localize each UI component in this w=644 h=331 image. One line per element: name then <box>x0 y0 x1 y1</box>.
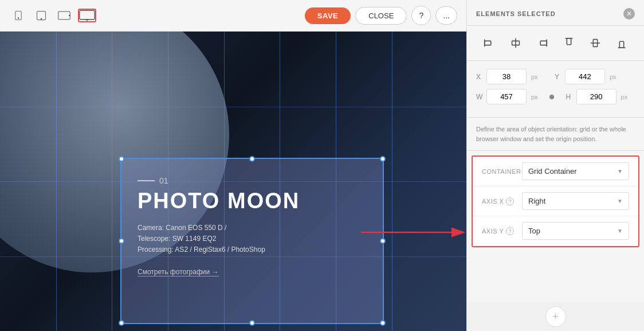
h-input[interactable] <box>576 89 616 104</box>
container-chevron-icon: ▼ <box>617 168 623 174</box>
bottom-strip: + <box>467 302 644 331</box>
axis-y-chevron-icon: ▼ <box>617 228 623 234</box>
svg-rect-21 <box>619 41 623 48</box>
device-icons <box>9 9 96 22</box>
h-unit: px <box>621 94 628 100</box>
bottom-add-button[interactable]: + <box>545 306 566 327</box>
x-input[interactable] <box>486 69 527 84</box>
container-row: CONTAINER Grid Container ▼ <box>473 157 638 186</box>
svg-point-5 <box>69 15 70 15</box>
w-input[interactable] <box>486 89 527 104</box>
align-row <box>467 26 644 61</box>
highlighted-section: CONTAINER Grid Container ▼ AXIS X ? Righ… <box>472 155 639 247</box>
more-options-button[interactable]: ... <box>435 6 457 25</box>
align-center-h-icon[interactable] <box>505 33 526 53</box>
help-button[interactable]: ? <box>411 6 431 25</box>
axis-x-row: AXIS X ? Right ▼ <box>473 186 638 216</box>
align-left-icon[interactable] <box>479 33 500 53</box>
handle-top-right[interactable] <box>380 156 386 162</box>
x-y-row: X px Y px <box>476 69 635 84</box>
box-link[interactable]: Смотреть фотографии → <box>138 268 219 277</box>
axis-y-select[interactable]: Top ▼ <box>522 222 629 240</box>
panel-close-button[interactable]: ✕ <box>623 8 635 20</box>
axis-y-row: AXIS Y ? Top ▼ <box>473 216 638 246</box>
align-bottom-icon[interactable] <box>611 33 632 53</box>
x-label: X <box>476 73 482 81</box>
axis-x-value: Right <box>528 197 545 205</box>
svg-rect-11 <box>485 41 491 45</box>
y-unit: px <box>610 73 616 80</box>
axis-y-label: AXIS Y ? <box>482 227 522 235</box>
device-tablet-sm-icon[interactable] <box>32 9 50 22</box>
axis-y-value: Top <box>528 227 540 235</box>
svg-rect-6 <box>80 10 95 20</box>
device-tablet-icon[interactable] <box>55 9 73 22</box>
h-label: H <box>566 93 572 101</box>
box-content: 01 PHOTO MOON Camera: Canon EOS 550 D / … <box>121 159 383 290</box>
box-title: PHOTO MOON <box>138 189 367 213</box>
w-label: W <box>476 93 482 101</box>
container-value: Grid Container <box>528 167 577 176</box>
top-toolbar: SAVE CLOSE ? ... <box>0 0 466 32</box>
align-center-v-icon[interactable] <box>585 33 606 53</box>
coordinates-section: X px Y px W px H px <box>467 61 644 118</box>
handle-bottom-left[interactable] <box>119 320 124 326</box>
detail-line-3: Processing: AS2 / RegiStax6 / PhotoShop <box>138 244 367 255</box>
handle-bottom-center[interactable] <box>249 320 255 326</box>
close-button[interactable]: CLOSE <box>355 7 407 25</box>
handle-top-left[interactable] <box>119 156 124 162</box>
description-text: Define the area of object orientation: g… <box>467 118 644 151</box>
panel-title: ELEMENTS SELECTED <box>476 10 556 17</box>
axis-y-help-icon[interactable]: ? <box>506 227 514 235</box>
save-button[interactable]: SAVE <box>305 7 351 24</box>
handle-top-center[interactable] <box>249 156 255 162</box>
device-desktop-icon[interactable] <box>78 9 96 22</box>
handle-bottom-right[interactable] <box>380 320 386 326</box>
handle-middle-right[interactable] <box>380 238 386 244</box>
align-right-icon[interactable] <box>532 33 552 53</box>
y-input[interactable] <box>565 69 605 84</box>
w-unit: px <box>531 94 538 100</box>
top-right-buttons: SAVE CLOSE ? ... <box>305 6 457 25</box>
svg-rect-15 <box>541 41 547 45</box>
selected-element-box[interactable]: 01 PHOTO MOON Camera: Canon EOS 550 D / … <box>120 158 384 324</box>
svg-point-1 <box>18 18 19 19</box>
axis-x-label: AXIS X ? <box>482 197 522 205</box>
canvas-content: 01 PHOTO MOON Camera: Canon EOS 550 D / … <box>0 32 466 331</box>
w-slider-dot[interactable] <box>549 95 554 99</box>
axis-x-help-icon[interactable]: ? <box>506 197 514 205</box>
container-label: CONTAINER <box>482 168 522 175</box>
detail-line-2: Telescope: SW 1149 EQ2 <box>138 233 367 244</box>
axis-x-chevron-icon: ▼ <box>617 198 623 204</box>
box-details: Camera: Canon EOS 550 D / Telescope: SW … <box>138 223 367 256</box>
right-panel: ELEMENTS SELECTED ✕ <box>466 0 644 331</box>
axis-x-select[interactable]: Right ▼ <box>522 192 629 210</box>
align-top-icon[interactable] <box>559 33 579 53</box>
panel-header: ELEMENTS SELECTED ✕ <box>467 0 644 26</box>
svg-point-3 <box>41 18 41 19</box>
x-unit: px <box>531 73 538 80</box>
y-label: Y <box>555 73 560 81</box>
device-mobile-icon[interactable] <box>9 9 28 22</box>
container-select[interactable]: Grid Container ▼ <box>522 162 629 180</box>
w-h-row: W px H px <box>476 89 635 104</box>
canvas-area: SAVE CLOSE ? ... <box>0 0 466 331</box>
handle-middle-left[interactable] <box>119 238 124 244</box>
box-number: 01 <box>138 176 367 185</box>
detail-line-1: Camera: Canon EOS 550 D / <box>138 223 367 233</box>
svg-rect-17 <box>567 38 571 45</box>
svg-rect-4 <box>58 11 70 20</box>
